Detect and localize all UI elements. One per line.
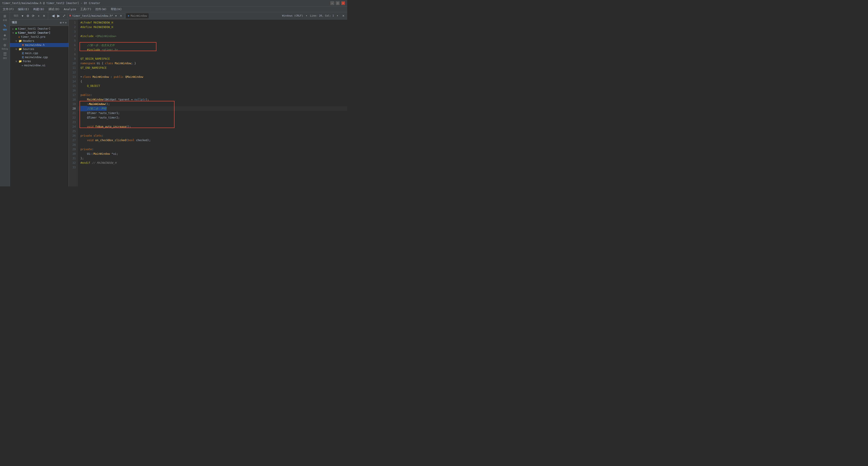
header-file-icon: H (22, 43, 24, 47)
ln-5: 5 (69, 38, 78, 43)
toolbar: 项目 ▾ ⚙ ⟳ + ✕ ◀ ▶ ⤢ H timer_test2/mainwin… (10, 12, 347, 20)
code-line-20[interactable]: //第二步：声明 (78, 106, 347, 111)
code-line-26[interactable]: private slots: (78, 134, 347, 138)
minimize-button[interactable]: — (331, 1, 334, 5)
sidebar-project[interactable]: ☰ 项目 (0, 51, 9, 60)
menu-controls[interactable]: 控件(W) (94, 7, 108, 12)
ln-19: 19 (69, 102, 78, 106)
close-editor-btn[interactable]: ✕ (341, 13, 346, 18)
forms-icon: 📁 (19, 60, 22, 63)
panel-filter-icon[interactable]: ⚙ (60, 21, 61, 24)
code-line-24[interactable]: void fnNum_auto_increase(); (78, 124, 347, 129)
sidebar-design[interactable]: ◈ 设计 (0, 32, 9, 41)
tab-dropdown[interactable]: ▾ (114, 14, 118, 18)
code-line-5[interactable] (78, 38, 347, 43)
code-line-1[interactable]: #ifndef MAINWINDOW_H (78, 20, 347, 25)
code-line-11[interactable]: QT_END_NAMESPACE (78, 66, 347, 70)
menu-analyze[interactable]: Analyze (62, 7, 78, 11)
code-line-7[interactable]: #include <qtimer.h> (78, 48, 347, 52)
menu-debug[interactable]: 调试(D) (46, 7, 61, 12)
tree-item-pro[interactable]: ⚙ timer_test2.pro (10, 35, 68, 39)
dropdown-line[interactable]: ▾ (337, 14, 338, 17)
code-line-18[interactable]: MainWindow(QWidget *parent = nullptr); (78, 97, 347, 102)
code-line-9[interactable]: QT_BEGIN_NAMESPACE (78, 57, 347, 61)
code-line-10[interactable]: namespace Ui { class MainWindow; } (78, 61, 347, 66)
tab-close[interactable]: ✕ (119, 14, 123, 18)
ln-29: 29 (69, 147, 78, 151)
code-line-17[interactable]: public: (78, 93, 347, 97)
code-line-13[interactable]: ▼class MainWindow : public QMainWindow (78, 75, 347, 79)
title-bar: timer_test2/mainwindow.h @ timer_test2 [… (0, 0, 347, 6)
sidebar-debug[interactable]: ⚙ Debug (0, 41, 9, 51)
panel-close-icon[interactable]: ✕ (65, 21, 67, 24)
code-line-31[interactable]: }; (78, 156, 347, 161)
code-line-27[interactable]: void on_checkBox_clicked(bool checked); (78, 138, 347, 143)
tree-item-mainwindow-cpp[interactable]: C mainwindow.cpp (10, 55, 68, 59)
menu-file[interactable]: 文件(F) (1, 7, 16, 12)
menu-bar: 文件(F) 编辑(E) 构建(B) 调试(D) Analyze 工具(T) 控件… (0, 6, 347, 12)
tree-item-sources[interactable]: ▽ 📁 Sources (10, 47, 68, 51)
sidebar-welcome[interactable]: ⊞ 欢迎 (0, 13, 9, 22)
menu-tools[interactable]: 工具(T) (79, 7, 93, 12)
close-button[interactable]: ✕ (341, 1, 345, 5)
code-line-28[interactable] (78, 143, 347, 147)
code-content[interactable]: #ifndef MAINWINDOW_H #define MAINWINDOW_… (78, 20, 347, 186)
menu-build[interactable]: 构建(B) (31, 7, 46, 12)
code-line-12[interactable] (78, 70, 347, 75)
editor-nav: ◀ ▶ ⤢ H timer_test2/mainwindow.h* ▾ ✕ ◈ … (49, 13, 281, 18)
mainwindow-tab[interactable]: ◈ MainWindow (126, 13, 149, 18)
panel-add-icon[interactable]: + (63, 21, 64, 24)
tree-item-mainwindow-ui[interactable]: ✏ mainwindow.ui (10, 63, 68, 67)
tree-item-headers[interactable]: ▽ 📁 Headers (10, 39, 68, 43)
code-line-6[interactable]: //第一步：包含头文件 (78, 43, 347, 48)
left-sidebar: ⊞ 欢迎 ✎ 编辑 ◈ 设计 ⚙ Debug ☰ 项目 ? 帮助 ▶ ⚡ (0, 12, 10, 186)
menu-edit[interactable]: 编辑(E) (16, 7, 31, 12)
ln-4: 4 (69, 34, 78, 38)
sidebar-edit[interactable]: ✎ 编辑 (0, 23, 9, 32)
code-line-22[interactable]: QTimer *auto_timer2; (78, 115, 347, 120)
ln-32: 32 (69, 161, 78, 165)
code-line-23[interactable] (78, 120, 347, 124)
tree-item-timer-test1[interactable]: ▷ ■ timer_test1 [master] (10, 27, 68, 31)
code-line-19[interactable]: ~MainWindow(); (78, 102, 347, 106)
toolbar-sync[interactable]: ⟳ (31, 13, 36, 18)
code-line-2[interactable]: #define MAINWINDOW_H (78, 25, 347, 29)
tab-nav-forward[interactable]: ▶ (56, 13, 61, 18)
menu-help[interactable]: 帮助(H) (109, 7, 124, 12)
tree-label-mainwindow-cpp: mainwindow.cpp (25, 56, 48, 59)
tree-item-mainwindow-h[interactable]: H mainwindow.h (10, 43, 68, 47)
ln-17: 17 (69, 93, 78, 97)
code-line-15[interactable]: Q_OBJECT (78, 84, 347, 88)
code-line-8[interactable] (78, 52, 347, 57)
tree-item-forms[interactable]: ▽ 📁 Forms (10, 59, 68, 63)
code-line-16[interactable] (78, 88, 347, 93)
tree-item-timer-test2[interactable]: ▽ ■ timer_test2 [master] (10, 31, 68, 35)
project-icon-1: ■ (16, 27, 17, 30)
ln-8: 8 (69, 52, 78, 57)
ln-7: 7 (69, 48, 78, 52)
code-line-30[interactable]: Ui::MainWindow *ui; (78, 151, 347, 156)
toolbar-project-dropdown[interactable]: ▾ (20, 13, 25, 18)
tab-nav-back[interactable]: ◀ (51, 13, 55, 18)
fold-arrow-13[interactable]: ▼ (81, 75, 82, 79)
code-line-29[interactable]: private: (78, 147, 347, 151)
active-file-tab[interactable]: H timer_test2/mainwindow.h* ▾ ✕ (67, 13, 125, 18)
toolbar-close-panel[interactable]: ✕ (41, 13, 46, 18)
code-line-33[interactable] (78, 165, 347, 170)
maximize-button[interactable]: □ (336, 1, 340, 5)
tree-item-main-cpp[interactable]: C main.cpp (10, 51, 68, 55)
code-line-25[interactable] (78, 129, 347, 134)
title-bar-controls: — □ ✕ (331, 1, 345, 5)
code-line-32[interactable]: #endif // MAINWINDOW_H (78, 161, 347, 165)
ln-20: 20 (69, 106, 78, 111)
tab-nav-jump[interactable]: ⤢ (62, 13, 66, 18)
toolbar-add[interactable]: + (36, 13, 41, 18)
dropdown-encoding[interactable]: ▾ (306, 14, 307, 17)
code-area[interactable]: 1 2 3 4 5 6 7 8 9 10 11 12 13 14 (69, 20, 347, 186)
code-line-3[interactable] (78, 29, 347, 34)
code-line-14[interactable]: { (78, 79, 347, 84)
toolbar-filter[interactable]: ⚙ (25, 13, 30, 18)
code-line-4[interactable]: #include <QMainWindow> (78, 34, 347, 38)
tree-label-forms: Forms (23, 60, 31, 63)
code-line-21[interactable]: QTimer *auto_timer1; (78, 111, 347, 115)
